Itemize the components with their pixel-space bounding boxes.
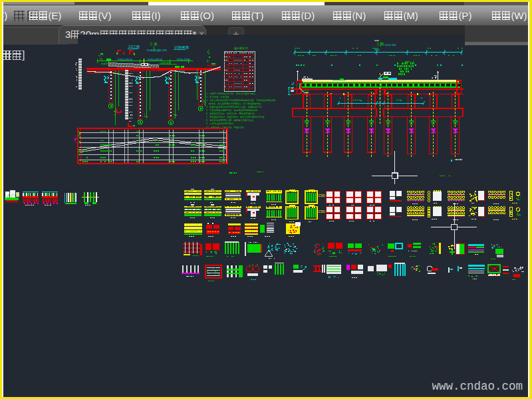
- svg-text:P2K4+599.50: P2K4+599.50: [118, 59, 132, 61]
- svg-text:C50: C50: [319, 209, 325, 213]
- svg-text:8、施工时注意预埋件位置，确保施工质量与安全。: 8、施工时注意预埋件位置，确保施工质量与安全。: [206, 118, 255, 122]
- svg-text:立 面: 立 面: [150, 42, 157, 47]
- svg-text:4、桥面铺装采用10cm厚沥青混凝土铺装，桥面横坡1.5%。: 4、桥面铺装采用10cm厚沥青混凝土铺装，桥面横坡1.5%。: [206, 105, 264, 108]
- svg-text:9、未尽事宜按相关规范执行。: 9、未尽事宜按相关规范执行。: [206, 122, 236, 125]
- svg-text:2、设计荷载：公路-Ⅱ级。: 2、设计荷载：公路-Ⅱ级。: [206, 95, 231, 98]
- svg-text:P=80 比例1:150: P=80 比例1:150: [147, 49, 168, 53]
- svg-text:1/2立面: 1/2立面: [128, 45, 140, 49]
- svg-text:6000: 6000: [374, 49, 380, 51]
- svg-text:LN20-B20: LN20-B20: [160, 62, 171, 65]
- svg-text:比例1:200: 比例1:200: [385, 44, 396, 47]
- svg-text:1/2纵断面: 1/2纵断面: [174, 45, 189, 50]
- svg-text:墩台桩长表: 墩台桩长表: [233, 47, 248, 51]
- svg-text:P2K4+639.50: P2K4+639.50: [148, 59, 162, 61]
- svg-text:C50: C50: [319, 194, 325, 198]
- svg-text:6、桥梁全宽12.0m，净宽11.0m，两侧设防撞护栏。: 6、桥梁全宽12.0m，净宽11.0m，两侧设防撞护栏。: [206, 112, 257, 115]
- svg-text:3、本桥上部构造采用3×20m异型连续钢板组合梁，下部构造采: 3、本桥上部构造采用3×20m异型连续钢板组合梁，下部构造采用柱式墩，: [206, 98, 278, 102]
- svg-text:桩基础，桥台采用重力式U型桥台，扩大基础或桩基础。: 桩基础，桥台采用重力式U型桥台，扩大基础或桩基础。: [208, 102, 263, 105]
- svg-text:5、支座采用板式橡胶支座，伸缩缝采用D80型伸缩缝。: 5、支座采用板式橡胶支座，伸缩缝采用D80型伸缩缝。: [206, 108, 259, 112]
- svg-text:7、墩柱直径120cm，桩径140cm，桩长以实际地质情况为: 7、墩柱直径120cm，桩径140cm，桩长以实际地质情况为准。: [206, 116, 267, 118]
- svg-text:P2K4+679.5: P2K4+679.5: [177, 59, 190, 61]
- svg-text:1、本图尺寸除标高以米计外，其余均以厘米为单位。: 1、本图尺寸除标高以米计外，其余均以厘米为单位。: [206, 92, 258, 95]
